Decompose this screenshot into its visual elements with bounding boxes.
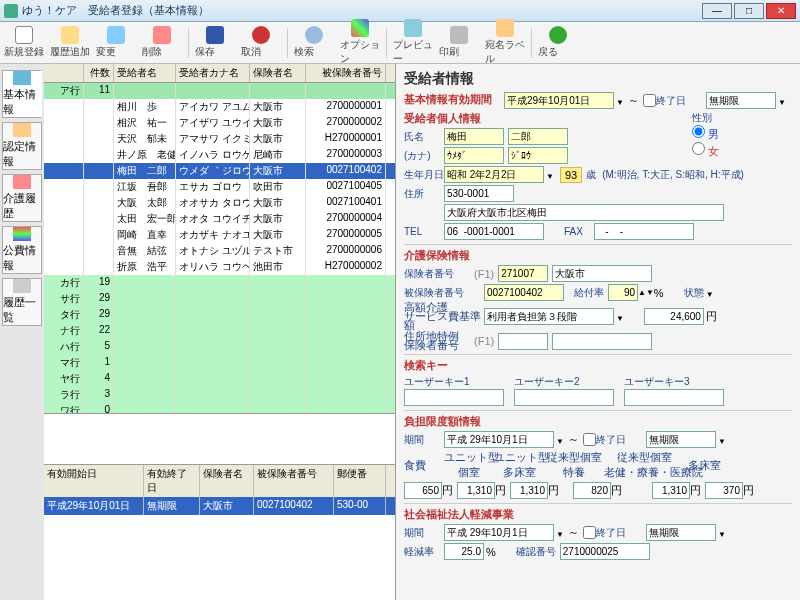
side-tabs: 基本情報 認定情報 介護履歴 公費情報 履歴一覧 — [0, 64, 44, 600]
table-row[interactable]: 太田 宏一郎オオタ コウイチロウ大阪市2700000004 — [44, 211, 395, 227]
dropdown-icon[interactable] — [554, 434, 564, 446]
kyufu-input[interactable] — [608, 284, 638, 301]
dropdown-icon[interactable] — [614, 95, 624, 107]
userkey3-input[interactable] — [624, 389, 724, 406]
j2-input[interactable] — [652, 482, 690, 499]
history-row[interactable]: 平成29年10月01日無期限 大阪市0027100402 530-00 — [44, 497, 395, 515]
welfare-end-check[interactable] — [583, 526, 596, 539]
tab-kohi[interactable]: 公費情報 — [2, 226, 42, 274]
hokensha-name — [552, 265, 652, 282]
table-row[interactable]: 岡崎 直幸オカザキ ナオユキ大阪市2700000005 — [44, 227, 395, 243]
j1-input[interactable] — [573, 482, 611, 499]
table-row[interactable]: タ行29 — [44, 307, 395, 323]
table-row[interactable]: 相川 歩アイカワ アユム大阪市2700000001 — [44, 99, 395, 115]
option-button[interactable]: オプション — [338, 17, 382, 68]
dropdown-icon[interactable] — [614, 311, 624, 323]
welfare-start-input[interactable] — [444, 524, 554, 541]
table-row[interactable]: 江坂 吾郎エサカ ゴロウ吹田市0027100405 — [44, 179, 395, 195]
recipient-list: 件数 受給者名受給者カナ名 保険者名被保険者番号 ア行11相川 歩アイカワ アユ… — [44, 64, 396, 600]
zip-input[interactable] — [444, 185, 514, 202]
u2-input[interactable] — [510, 482, 548, 499]
dropdown-icon[interactable] — [716, 527, 726, 539]
sex-female-radio[interactable] — [692, 142, 705, 155]
close-button[interactable]: ✕ — [766, 3, 796, 19]
table-row[interactable]: マ行1 — [44, 355, 395, 371]
print-button[interactable]: 印刷 — [437, 24, 481, 61]
addr-input[interactable] — [444, 204, 724, 221]
label-button[interactable]: 宛名ラベル — [483, 17, 527, 68]
dropdown-icon[interactable] — [716, 434, 726, 446]
rate-input[interactable] — [444, 543, 484, 560]
dropdown-icon[interactable] — [776, 95, 786, 107]
fax-input[interactable] — [594, 223, 694, 240]
limit-end-check[interactable] — [583, 433, 596, 446]
back-button[interactable]: 戻る — [536, 24, 580, 61]
new-button[interactable]: 新規登録 — [2, 24, 46, 61]
table-row[interactable]: 梅田 二郎ウメダ゛ ジロウ大阪市0027100402 — [44, 163, 395, 179]
period-end-check[interactable] — [643, 94, 656, 107]
u1-input[interactable] — [457, 482, 495, 499]
table-row[interactable]: ナ行22 — [44, 323, 395, 339]
hokensha-input[interactable] — [498, 265, 548, 282]
maximize-button[interactable]: □ — [734, 3, 764, 19]
table-row[interactable]: カ行19 — [44, 275, 395, 291]
hihokensha-input[interactable] — [484, 284, 564, 301]
kogaku-amt[interactable] — [644, 308, 704, 325]
window-title: ゆう！ケア 受給者登録（基本情報） — [22, 3, 700, 18]
tel-input[interactable] — [444, 223, 544, 240]
tokure-input[interactable] — [498, 333, 548, 350]
tab-nintei[interactable]: 認定情報 — [2, 122, 42, 170]
sei-kana-input[interactable] — [444, 147, 504, 164]
kogaku-select[interactable] — [484, 308, 614, 325]
food-input[interactable] — [404, 482, 442, 499]
mei-kana-input[interactable] — [508, 147, 568, 164]
tab-kaigo[interactable]: 介護履歴 — [2, 174, 42, 222]
preview-button[interactable]: プレビュー — [391, 17, 435, 68]
table-row[interactable]: 相沢 祐一アイザワ ユウイチ大阪市2700000002 — [44, 115, 395, 131]
minimize-button[interactable]: — — [702, 3, 732, 19]
dropdown-icon[interactable] — [704, 287, 714, 299]
care-icon — [13, 175, 31, 189]
table-row[interactable]: 大阪 太郎オオサカ タロウ大阪市0027100401 — [44, 195, 395, 211]
history-grid: 有効開始日有効終了日 保険者名被保険者番号 郵便番 平成29年10月01日無期限… — [44, 464, 395, 515]
mei-input[interactable] — [508, 128, 568, 145]
limit-end-input[interactable] — [646, 431, 716, 448]
doc-icon — [13, 123, 31, 137]
tab-history[interactable]: 履歴一覧 — [2, 278, 42, 326]
table-row[interactable]: ア行11 — [44, 83, 395, 99]
cancel-button[interactable]: 取消 — [239, 24, 283, 61]
sei-input[interactable] — [444, 128, 504, 145]
table-row[interactable]: ハ行5 — [44, 339, 395, 355]
t-input[interactable] — [705, 482, 743, 499]
table-row[interactable]: 折原 浩平オリハラ コウヘイ池田市H270000002 — [44, 259, 395, 275]
add-history-button[interactable]: 履歴追加 — [48, 24, 92, 61]
table-row[interactable]: 井ノ原 老健イノハラ ロウケン尼崎市2700000003 — [44, 147, 395, 163]
person-icon — [13, 71, 31, 85]
edit-button[interactable]: 変更 — [94, 24, 138, 61]
table-row[interactable]: ワ行0 — [44, 403, 395, 414]
period-start-input[interactable] — [504, 92, 614, 109]
dob-input[interactable] — [444, 166, 544, 183]
dropdown-icon[interactable] — [554, 527, 564, 539]
table-row[interactable]: 天沢 郁未アマサワ イクミ大阪市H270000001 — [44, 131, 395, 147]
tab-basic[interactable]: 基本情報 — [2, 70, 42, 118]
dropdown-icon[interactable] — [544, 169, 554, 181]
table-row[interactable]: ヤ行4 — [44, 371, 395, 387]
period-end-input[interactable] — [706, 92, 776, 109]
app-icon — [4, 4, 18, 18]
grid-header: 件数 受給者名受給者カナ名 保険者名被保険者番号 — [44, 64, 395, 83]
sex-male-radio[interactable] — [692, 125, 705, 138]
table-row[interactable]: サ行29 — [44, 291, 395, 307]
table-row[interactable]: ラ行3 — [44, 387, 395, 403]
back-icon — [549, 26, 567, 44]
delete-button[interactable]: 削除 — [140, 24, 184, 61]
table-row[interactable]: 音無 結弦オトナシ ユヅルテスト市2700000006 — [44, 243, 395, 259]
limit-start-input[interactable] — [444, 431, 554, 448]
confirm-input[interactable] — [560, 543, 650, 560]
save-button[interactable]: 保存 — [193, 24, 237, 61]
userkey2-input[interactable] — [514, 389, 614, 406]
search-button[interactable]: 検索 — [292, 24, 336, 61]
label-icon — [496, 19, 514, 37]
userkey1-input[interactable] — [404, 389, 504, 406]
welfare-end-input[interactable] — [646, 524, 716, 541]
